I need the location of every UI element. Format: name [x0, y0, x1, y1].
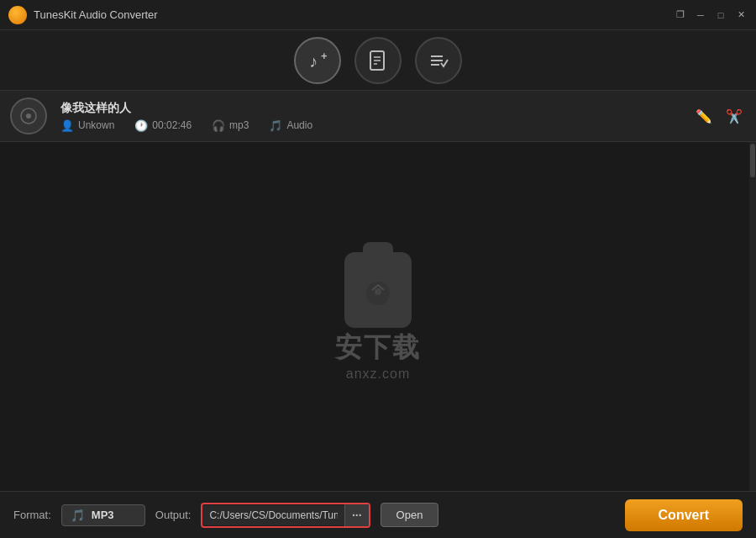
- track-title: 像我这样的人: [60, 101, 692, 116]
- format-value: MP3: [92, 509, 114, 521]
- track-meta: 👤 Unkown 🕐 00:02:46 🎧 mp3 🎵 Audio: [60, 119, 692, 132]
- output-browse-button[interactable]: ···: [344, 504, 369, 526]
- output-label: Output:: [155, 509, 192, 521]
- open-folder-button[interactable]: Open: [381, 503, 439, 527]
- edit-tags-button[interactable]: [354, 37, 402, 84]
- track-area: 像我这样的人 👤 Unkown 🕐 00:02:46 🎧 mp3: [0, 91, 756, 142]
- app-title: TunesKit Audio Converter: [34, 8, 158, 21]
- track-format: 🎧 mp3: [212, 119, 249, 132]
- toolbar: ♪ +: [0, 30, 756, 91]
- main-content: 安下载 anxz.com: [0, 142, 756, 491]
- maximize-btn[interactable]: □: [712, 7, 729, 24]
- window-controls: ❐ ─ □ ✕: [672, 7, 749, 24]
- svg-text:+: +: [321, 50, 328, 62]
- restore-btn[interactable]: ❐: [672, 7, 689, 24]
- output-path-wrapper: ···: [201, 503, 370, 528]
- trim-track-button[interactable]: ✂️: [722, 105, 746, 128]
- scrollbar[interactable]: [749, 142, 756, 491]
- output-path-input[interactable]: [202, 505, 344, 525]
- watermark-en-text: anxz.com: [346, 367, 410, 382]
- close-btn[interactable]: ✕: [732, 7, 749, 24]
- track-type: 🎵 Audio: [269, 119, 312, 132]
- scrollbar-thumb[interactable]: [750, 144, 755, 177]
- format-select[interactable]: 🎵 MP3: [61, 504, 145, 526]
- track-info: 像我这样的人 👤 Unkown 🕐 00:02:46 🎧 mp3: [60, 101, 692, 132]
- headphone-icon: 🎧: [212, 119, 225, 132]
- svg-point-13: [375, 288, 381, 295]
- track-actions: ✏️ ✂️: [692, 105, 746, 128]
- watermark: 安下载 anxz.com: [335, 252, 421, 382]
- convert-button[interactable]: Convert: [625, 499, 743, 531]
- edit-track-button[interactable]: ✏️: [692, 105, 716, 128]
- format-label: Format:: [13, 509, 51, 521]
- convert-list-button[interactable]: [415, 37, 462, 84]
- duration-icon: 🕐: [134, 119, 148, 132]
- track-thumbnail: [10, 98, 47, 134]
- svg-point-10: [26, 113, 31, 119]
- svg-point-11: [363, 278, 393, 309]
- audio-icon: 🎵: [269, 119, 282, 132]
- svg-text:♪: ♪: [309, 52, 318, 71]
- track-duration: 🕐 00:02:46: [134, 119, 192, 132]
- bottom-bar: Format: 🎵 MP3 Output: ··· Open Convert: [0, 491, 756, 538]
- track-row: 像我这样的人 👤 Unkown 🕐 00:02:46 🎧 mp3: [0, 91, 756, 141]
- content-wrapper: ♪ +: [0, 30, 756, 491]
- track-artist: 👤 Unkown: [60, 119, 114, 132]
- watermark-icon: [344, 252, 412, 328]
- minimize-btn[interactable]: ─: [692, 7, 709, 24]
- watermark-cn-text: 安下载: [335, 330, 421, 367]
- artist-icon: 👤: [60, 119, 74, 132]
- format-icon: 🎵: [71, 509, 85, 522]
- svg-point-12: [366, 282, 390, 305]
- app-icon: [8, 6, 27, 24]
- titlebar: TunesKit Audio Converter ❐ ─ □ ✕: [0, 0, 756, 30]
- add-music-button[interactable]: ♪ +: [294, 37, 341, 84]
